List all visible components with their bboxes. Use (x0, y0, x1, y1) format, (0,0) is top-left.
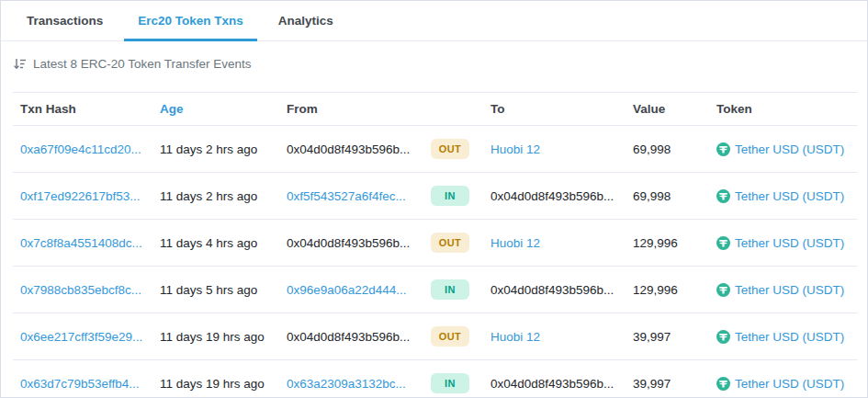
subheader-text: Latest 8 ERC-20 Token Transfer Events (33, 57, 252, 71)
value-text: 69,998 (633, 142, 671, 156)
value-text: 129,996 (633, 236, 678, 250)
column-header-token: Token (709, 93, 857, 126)
value-text: 39,997 (633, 330, 671, 344)
txn-hash-link[interactable]: 0x7c8f8a4551408dc... (20, 236, 142, 250)
direction-badge: OUT (431, 139, 469, 159)
direction-badge: IN (431, 186, 469, 206)
token-link[interactable]: Tether USD (USDT) (735, 283, 844, 297)
column-header-from: From (279, 93, 423, 126)
table-row: 0x7988cb835ebcf8c... 11 days 5 hrs ago 0… (13, 267, 857, 313)
column-header-value: Value (626, 93, 709, 126)
direction-badge: IN (431, 279, 469, 300)
subheader: Latest 8 ERC-20 Token Transfer Events (13, 57, 855, 71)
direction-badge: IN (431, 373, 469, 393)
from-address[interactable]: 0xf5f543527a6f4fec... (287, 189, 406, 203)
table-row: 0x6ee217cff3f59e29... 11 days 19 hrs ago… (13, 313, 857, 360)
from-address: 0x04d0d8f493b596b... (287, 236, 410, 250)
value-text: 39,997 (633, 377, 671, 391)
value-text: 129,996 (633, 283, 678, 297)
to-address[interactable]: Huobi 12 (490, 236, 540, 250)
value-text: 69,998 (633, 189, 671, 203)
table-header-row: Txn Hash Age From To Value Token (13, 93, 857, 126)
table-row: 0x63d7c79b53effb4... 11 days 19 hrs ago … (13, 360, 857, 398)
txn-hash-link[interactable]: 0x63d7c79b53effb4... (20, 377, 140, 391)
sort-descending-icon (13, 57, 27, 71)
tether-token-icon (716, 142, 730, 156)
to-address: 0x04d0d8f493b596b... (490, 377, 614, 391)
tether-token-icon (716, 189, 730, 203)
age-text: 11 days 19 hrs ago (160, 330, 265, 344)
to-address: 0x04d0d8f493b596b... (490, 189, 614, 203)
tether-token-icon (716, 283, 730, 297)
to-address[interactable]: Huobi 12 (490, 330, 540, 344)
token-link[interactable]: Tether USD (USDT) (735, 377, 844, 391)
table-row: 0xa67f09e4c11cd20... 11 days 2 hrs ago 0… (13, 126, 857, 173)
tab-bar: Transactions Erc20 Token Txns Analytics (1, 1, 867, 41)
erc20-transfers-card: Transactions Erc20 Token Txns Analytics … (0, 0, 868, 398)
token-link[interactable]: Tether USD (USDT) (735, 236, 844, 250)
age-text: 11 days 4 hrs ago (160, 236, 257, 250)
from-address: 0x04d0d8f493b596b... (287, 330, 410, 344)
from-address[interactable]: 0x63a2309a3132bc... (287, 377, 406, 391)
txn-hash-link[interactable]: 0xa67f09e4c11cd20... (20, 142, 141, 156)
age-text: 11 days 2 hrs ago (160, 189, 257, 203)
tab-analytics[interactable]: Analytics (265, 1, 347, 40)
txn-hash-link[interactable]: 0x6ee217cff3f59e29... (20, 330, 142, 344)
age-text: 11 days 2 hrs ago (160, 142, 257, 156)
column-header-age[interactable]: Age (152, 93, 279, 126)
to-address: 0x04d0d8f493b596b... (490, 283, 614, 297)
token-link[interactable]: Tether USD (USDT) (735, 142, 844, 156)
to-address[interactable]: Huobi 12 (490, 142, 540, 156)
txn-hash-link[interactable]: 0x7988cb835ebcf8c... (20, 283, 141, 297)
tab-transactions[interactable]: Transactions (13, 1, 117, 40)
table-row: 0x7c8f8a4551408dc... 11 days 4 hrs ago 0… (13, 220, 857, 267)
txn-hash-link[interactable]: 0xf17ed922617bf53... (20, 189, 141, 203)
direction-column-header (423, 93, 483, 126)
column-header-to: To (483, 93, 626, 126)
tether-token-icon (716, 377, 730, 391)
direction-badge: OUT (431, 233, 469, 253)
column-header-txn-hash: Txn Hash (13, 93, 152, 126)
from-address[interactable]: 0x96e9a06a22d444... (287, 283, 407, 297)
direction-badge: OUT (431, 326, 469, 347)
tether-token-icon (716, 236, 730, 250)
age-text: 11 days 19 hrs ago (160, 377, 265, 391)
age-text: 11 days 5 hrs ago (160, 283, 257, 297)
tether-token-icon (716, 330, 730, 344)
token-link[interactable]: Tether USD (USDT) (735, 330, 844, 344)
table-row: 0xf17ed922617bf53... 11 days 2 hrs ago 0… (13, 173, 857, 220)
from-address: 0x04d0d8f493b596b... (287, 142, 410, 156)
token-link[interactable]: Tether USD (USDT) (735, 189, 844, 203)
tab-erc20-token-txns[interactable]: Erc20 Token Txns (124, 1, 257, 40)
erc20-transfers-table: Txn Hash Age From To Value Token 0xa67f0… (13, 92, 857, 398)
